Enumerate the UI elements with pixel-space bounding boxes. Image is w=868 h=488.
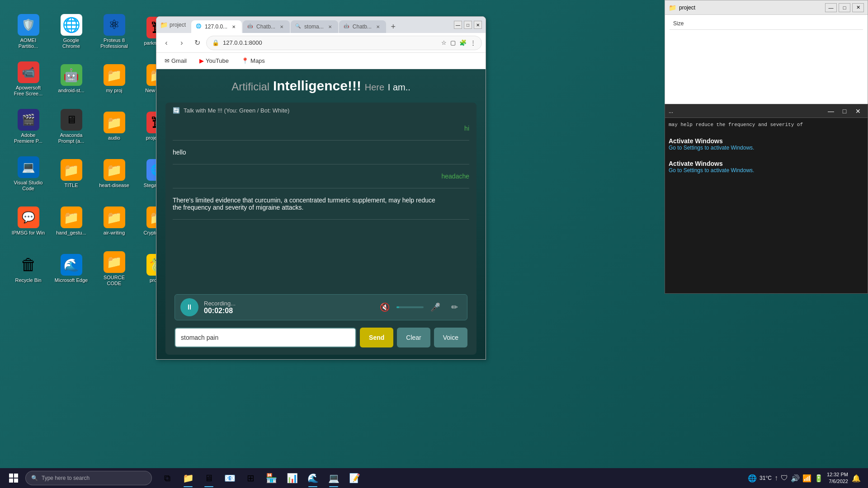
search-placeholder: Type here to search xyxy=(42,475,90,481)
icon-handgestu[interactable]: 📁 hand_gestu... xyxy=(52,199,90,244)
send-button[interactable]: Send xyxy=(360,328,393,347)
taskbar-msedge[interactable]: 🌊 xyxy=(303,468,323,488)
new-tab-button[interactable]: + xyxy=(387,20,400,33)
icon-anaconda[interactable]: 🖥 Anaconda Prompt (a... xyxy=(52,104,90,149)
browser-maximize-btn[interactable]: □ xyxy=(464,21,472,29)
ai-here: Here xyxy=(365,82,384,92)
terminal-maximize-btn[interactable]: □ xyxy=(839,107,850,116)
tab-1[interactable]: 🌐 127.0.0... ✕ xyxy=(191,20,242,33)
browser-close-btn[interactable]: ✕ xyxy=(474,21,482,29)
clear-button[interactable]: Clear xyxy=(397,328,430,347)
recording-controls: 🔇 🎤 ✏ xyxy=(377,300,462,314)
browser-minimize-btn[interactable]: — xyxy=(454,21,462,29)
browser-nav-bar: ‹ › ↻ 🔒 127.0.0.1:8000 ☆ ▢ 🧩 ⋮ xyxy=(156,33,486,53)
notification-bell[interactable]: 🔔 xyxy=(852,474,861,483)
tab-3[interactable]: 🔍 stoma... ✕ xyxy=(291,20,338,33)
more-icon[interactable]: ⋮ xyxy=(470,39,476,46)
reload-button[interactable]: ↻ xyxy=(191,37,203,49)
running-indicator xyxy=(184,486,193,487)
fe-maximize-btn[interactable]: □ xyxy=(839,3,850,12)
tab-3-label: stoma... xyxy=(304,23,324,30)
voice-button[interactable]: Voice xyxy=(434,328,467,347)
divider-2 xyxy=(173,164,469,164)
edit-icon[interactable]: ✏ xyxy=(447,300,462,314)
tab-4[interactable]: 🤖 Chatb... ✕ xyxy=(339,20,386,33)
desktop: 🛡️ AOMEI Partitio... 🌐 Google Chrome ⚛ P… xyxy=(0,0,868,488)
tab-2[interactable]: 🤖 Chatb... ✕ xyxy=(243,20,290,33)
icon-sourcecode[interactable]: 📁 SOURCE CODE xyxy=(95,246,133,291)
bookmark-maps[interactable]: 📍 Maps xyxy=(239,56,268,66)
tray-network-icon[interactable]: 🌐 xyxy=(748,474,757,483)
icon-aomei[interactable]: 🛡️ AOMEI Partitio... xyxy=(9,9,47,54)
pause-button[interactable]: ⏸ xyxy=(180,298,198,316)
running-indicator-3 xyxy=(308,486,317,487)
icon-audio[interactable]: 📁 audio xyxy=(95,104,133,149)
system-tray: 🌐 31°C ↑ 🛡 🔊 📶 🔋 12:32 PM 7/6/2022 🔔 xyxy=(748,471,864,485)
tab-2-close[interactable]: ✕ xyxy=(278,23,285,30)
taskbar-vscode[interactable]: 💻 xyxy=(324,468,344,488)
clock-time: 12:32 PM xyxy=(827,471,848,478)
icon-chrome[interactable]: 🌐 Google Chrome xyxy=(52,9,90,54)
pip-icon[interactable]: ▢ xyxy=(450,39,456,46)
start-button[interactable] xyxy=(4,468,24,488)
maps-icon: 📍 xyxy=(241,57,249,64)
fe-close-btn[interactable]: ✕ xyxy=(852,3,864,12)
tab-1-favicon: 🌐 xyxy=(196,23,202,30)
taskbar-terminal[interactable]: 🖥 xyxy=(199,468,219,488)
tray-network-wifi[interactable]: 📶 xyxy=(802,474,811,483)
extension-icon[interactable]: 🧩 xyxy=(459,39,467,46)
icon-ipmsg[interactable]: 💬 IPMSG for Win xyxy=(9,199,47,244)
tray-battery-icon[interactable]: 🔋 xyxy=(814,474,823,483)
tray-antivirus-icon[interactable]: 🛡 xyxy=(781,474,788,482)
back-button[interactable]: ‹ xyxy=(160,37,173,49)
tray-up-arrow[interactable]: ↑ xyxy=(774,474,778,482)
icon-apowersoft[interactable]: 📹 Apowersoft Free Scree... xyxy=(9,56,47,102)
tab-3-close[interactable]: ✕ xyxy=(326,23,334,30)
bot-message-1: hello xyxy=(173,147,186,158)
terminal-activate2: Activate Windows Go to Settings to activ… xyxy=(669,160,864,174)
taskbar-mail[interactable]: 📧 xyxy=(220,468,240,488)
fe-minimize-btn[interactable]: — xyxy=(825,3,837,12)
running-indicator-4 xyxy=(329,486,338,487)
address-bar[interactable]: 🔒 127.0.0.1:8000 ☆ ▢ 🧩 ⋮ xyxy=(206,36,482,50)
icon-msedge[interactable]: 🌊 Microsoft Edge xyxy=(52,246,90,291)
system-clock[interactable]: 12:32 PM 7/6/2022 xyxy=(827,471,848,485)
tab-2-favicon: 🤖 xyxy=(247,23,254,30)
taskbar-appstore[interactable]: 🏪 xyxy=(261,468,281,488)
icon-myproj[interactable]: 📁 my proj xyxy=(95,56,133,102)
icon-proteus[interactable]: ⚛ Proteus 8 Professional xyxy=(95,9,133,54)
microphone-icon[interactable]: 🎤 xyxy=(428,300,443,314)
forward-button[interactable]: › xyxy=(175,37,188,49)
bookmark-gmail[interactable]: ✉ Gmail xyxy=(162,56,189,66)
bookmark-youtube[interactable]: ▶ YouTube xyxy=(197,56,231,66)
chat-input-field[interactable] xyxy=(175,328,356,347)
star-icon[interactable]: ☆ xyxy=(441,39,447,46)
notification-area: 🌐 31°C ↑ 🛡 🔊 📶 🔋 xyxy=(748,474,823,483)
volume-slider[interactable] xyxy=(396,306,424,308)
icon-heartdisease[interactable]: 📁 heart-disease xyxy=(95,151,133,197)
chat-container: 🔄 Talk with Me !!! (You: Green / Bot: Wh… xyxy=(165,103,476,355)
taskview-button[interactable]: ⧉ xyxy=(157,468,177,488)
icon-airwriting[interactable]: 📁 air-writing xyxy=(95,199,133,244)
tab-4-favicon: 🤖 xyxy=(344,23,350,30)
taskbar-word[interactable]: 📝 xyxy=(344,468,364,488)
tab-4-close[interactable]: ✕ xyxy=(374,23,382,30)
terminal-minimize-btn[interactable]: — xyxy=(825,107,837,116)
terminal-close-btn[interactable]: ✕ xyxy=(852,107,864,116)
terminal-controls: — □ ✕ xyxy=(825,107,864,116)
taskbar-apps[interactable]: ⊞ xyxy=(241,468,260,488)
icon-recycle[interactable]: 🗑 Recycle Bin xyxy=(9,246,47,291)
tray-volume-icon[interactable]: 🔊 xyxy=(791,474,800,483)
user-message-1: hi xyxy=(464,123,469,134)
taskbar-search[interactable]: 🔍 Type here to search xyxy=(25,471,152,485)
icon-android[interactable]: 🤖 android-st... xyxy=(52,56,90,102)
taskbar-explorer[interactable]: 📁 xyxy=(178,468,198,488)
tab-1-close[interactable]: ✕ xyxy=(230,23,237,30)
taskbar-taskmanager[interactable]: 📊 xyxy=(282,468,302,488)
icon-adobe[interactable]: 🎬 Adobe Premiere P... xyxy=(9,104,47,149)
volume-mute-icon[interactable]: 🔇 xyxy=(377,300,392,314)
bot-message-2: There's limited evidence that curcumin, … xyxy=(173,195,439,213)
icon-title[interactable]: 📁 TITLE xyxy=(52,151,90,197)
volume-slider-container xyxy=(396,306,424,308)
icon-vscode[interactable]: 💻 Visual Studio Code xyxy=(9,151,47,197)
